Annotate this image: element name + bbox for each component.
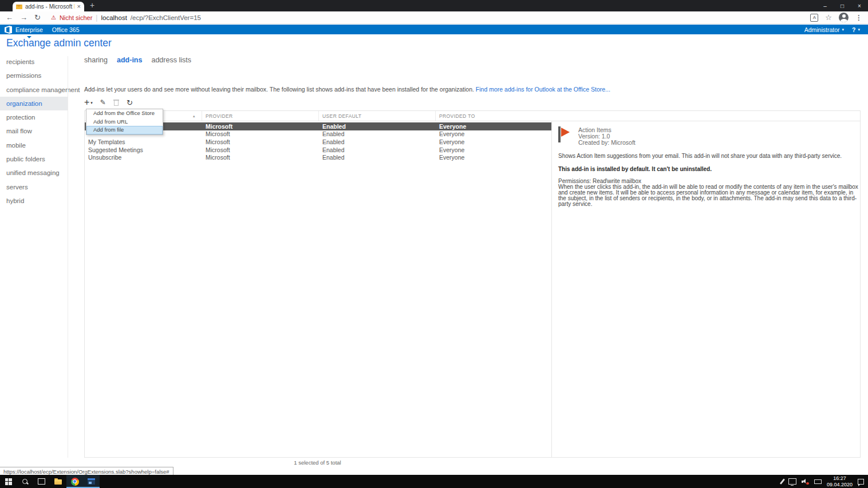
menu-item-add-from-url[interactable]: Add from URL [86, 118, 163, 126]
list-toolbar: + ▾ ✎ ↻ [84, 98, 133, 107]
tab-title: add-ins - Microsoft Exchange [25, 3, 74, 10]
page-title: Exchange admin center [6, 37, 112, 49]
help-icon: ? [852, 26, 855, 33]
addin-installed-note: This add-in is installed by default. It … [558, 166, 859, 172]
screen: add-ins - Microsoft Exchange × + – □ × ←… [0, 0, 868, 488]
addin-created-by: Created by: Microsoft [578, 140, 636, 146]
sidebar-item-public-folders[interactable]: public folders [0, 152, 68, 166]
browser-tab[interactable]: add-ins - Microsoft Exchange × [13, 2, 84, 11]
suite-bar: Enterprise Office 365 Administrator ▾ ? … [0, 25, 868, 34]
system-tray: 16:27 09.04.2020 [782, 475, 868, 488]
sidebar-item-mobile[interactable]: mobile [0, 138, 68, 152]
windows-logo-icon [5, 478, 12, 485]
chrome-icon [71, 478, 79, 486]
reload-icon[interactable]: ↻ [34, 14, 41, 21]
brand-label: Enterprise [15, 26, 43, 33]
back-icon[interactable]: ← [6, 14, 13, 21]
column-header-provider[interactable]: PROVIDER [202, 111, 319, 121]
task-view-icon [38, 478, 45, 485]
network-tray-icon[interactable] [788, 478, 796, 485]
selection-count: 1 selected of 5 total [84, 459, 551, 466]
bookmark-star-icon[interactable]: ☆ [825, 13, 832, 22]
browser-titlebar: add-ins - Microsoft Exchange × + – □ × [0, 0, 868, 11]
help-menu[interactable]: ? ▾ [852, 26, 860, 33]
folder-icon [54, 479, 62, 485]
window-controls: – □ × [816, 0, 868, 11]
suite-bar-product[interactable]: Office 365 [52, 26, 80, 33]
details-pane: Action Items Version: 1.0 Created by: Mi… [558, 126, 859, 207]
tab-address-lists[interactable]: address lists [151, 56, 191, 64]
edit-button[interactable]: ✎ [100, 98, 106, 106]
start-button[interactable] [0, 475, 17, 488]
addin-summary: Shows Action Item suggestions from your … [558, 153, 859, 159]
table-header: NAME ▲ PROVIDER USER DEFAULT PROVIDED TO [85, 111, 860, 121]
window-minimize-button[interactable]: – [816, 0, 834, 11]
action-items-flag-icon [558, 126, 571, 143]
tab-close-icon[interactable]: × [77, 3, 81, 10]
sidebar-item-servers[interactable]: servers [0, 180, 68, 194]
window-restore-button[interactable]: □ [834, 0, 851, 11]
taskbar-clock[interactable]: 16:27 09.04.2020 [827, 475, 853, 487]
menu-item-add-from-file[interactable]: Add from file [86, 126, 163, 134]
table-row[interactable]: Suggested Meetings Microsoft Enabled Eve… [85, 146, 551, 154]
sidebar-item-permissions[interactable]: permissions [0, 69, 68, 82]
pen-tray-icon[interactable] [780, 478, 785, 484]
file-explorer-button[interactable] [50, 475, 66, 488]
user-menu-label: Administrator [804, 26, 840, 33]
sidebar-item-recipients[interactable]: recipients [0, 55, 68, 69]
volume-muted-tray-icon[interactable] [802, 478, 809, 485]
url-divider: | [96, 14, 97, 22]
user-menu-caret-icon: ▾ [842, 27, 845, 32]
url-host: localhost [101, 14, 127, 21]
table-row[interactable]: Unsubscribe Microsoft Enabled Everyone [85, 153, 551, 161]
keyboard-tray-icon[interactable] [814, 479, 822, 484]
addin-version: Version: 1.0 [578, 133, 636, 140]
tab-sharing[interactable]: sharing [84, 56, 108, 64]
delete-button-disabled [113, 99, 119, 106]
column-header-user-default[interactable]: USER DEFAULT [319, 111, 436, 121]
url-path: /ecp/?ExchClientVer=15 [131, 14, 201, 21]
window-close-button[interactable]: × [851, 0, 868, 11]
sidebar-item-organization[interactable]: organization [0, 97, 68, 110]
taskbar-search-button[interactable] [17, 475, 33, 488]
menu-item-add-from-office-store[interactable]: Add from the Office Store [86, 109, 163, 118]
nav-divider [68, 56, 68, 458]
add-button[interactable]: + ▾ [84, 98, 93, 106]
search-icon [22, 478, 29, 485]
exchange-app-taskbar-button[interactable] [83, 475, 100, 488]
clock-date: 09.04.2020 [827, 482, 853, 488]
column-header-provided-to[interactable]: PROVIDED TO [436, 111, 551, 121]
office-store-link[interactable]: Find more add-ins for Outlook at the Off… [476, 86, 610, 93]
sidebar-item-mail-flow[interactable]: mail flow [0, 124, 68, 138]
forward-icon[interactable]: → [20, 14, 27, 21]
tab-add-ins[interactable]: add-ins [117, 56, 142, 64]
sidebar-item-hybrid[interactable]: hybrid [0, 194, 68, 208]
suite-bar-brand[interactable]: Enterprise [15, 26, 43, 33]
table-row[interactable]: My Templates Microsoft Enabled Everyone [85, 138, 551, 146]
task-view-button[interactable] [33, 475, 50, 488]
office-logo-icon [5, 26, 12, 34]
browser-menu-icon[interactable]: ⋮ [855, 14, 862, 22]
description-text: Add-ins let your users do and see more w… [84, 86, 474, 93]
refresh-button[interactable]: ↻ [127, 98, 133, 107]
taskbar: 16:27 09.04.2020 [0, 475, 868, 488]
content-tabs: sharing add-ins address lists [84, 56, 191, 64]
not-secure-label[interactable]: Nicht sicher [60, 14, 92, 21]
left-nav: recipients permissions compliance manage… [0, 55, 68, 208]
translate-icon[interactable]: A [810, 14, 818, 22]
profile-avatar[interactable] [839, 13, 849, 22]
user-menu[interactable]: Administrator ▾ [804, 26, 844, 33]
not-secure-warning-icon[interactable]: ⚠ [51, 14, 56, 21]
address-bar[interactable]: ⚠ Nicht sicher | localhost/ecp/?ExchClie… [48, 14, 803, 22]
new-tab-button[interactable]: + [90, 1, 94, 10]
add-dropdown-menu: Add from the Office Store Add from URL A… [86, 109, 163, 135]
action-center-icon[interactable] [858, 479, 864, 485]
plus-icon: + [84, 98, 89, 106]
browser-toolbar: ← → ↻ ⚠ Nicht sicher | localhost/ecp/?Ex… [0, 11, 868, 24]
sidebar-item-protection[interactable]: protection [0, 110, 68, 124]
add-ins-description: Add-ins let your users do and see more w… [84, 86, 610, 93]
chrome-taskbar-button[interactable] [66, 475, 83, 488]
sidebar-item-compliance-management[interactable]: compliance management [0, 83, 68, 97]
exchange-app-icon [88, 478, 95, 485]
sidebar-item-unified-messaging[interactable]: unified messaging [0, 166, 68, 180]
